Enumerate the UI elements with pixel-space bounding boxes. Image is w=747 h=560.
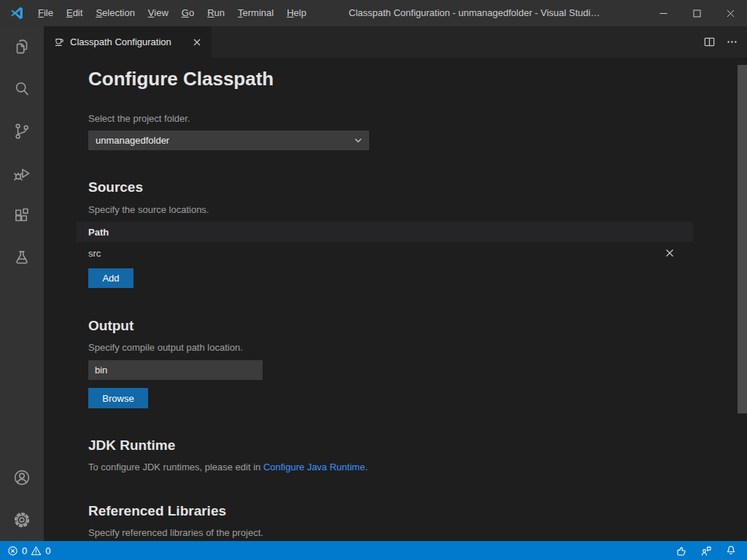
run-debug-button[interactable] xyxy=(12,164,31,183)
settings-gear-icon xyxy=(12,510,31,529)
referenced-libraries-heading: Referenced Libraries xyxy=(88,502,747,519)
run-debug-icon xyxy=(12,164,31,183)
project-folder-label: Select the project folder. xyxy=(88,113,747,124)
remove-source-button[interactable] xyxy=(664,247,676,259)
vscode-window: File Edit Selection View Go Run Terminal… xyxy=(0,0,747,560)
problems-status[interactable]: 0 0 xyxy=(0,545,50,556)
bell-icon[interactable] xyxy=(725,545,737,556)
classpath-configuration-view: Configure Classpath Select the project f… xyxy=(44,58,747,541)
jdk-runtime-description: To configure JDK runtimes, please edit i… xyxy=(88,462,747,473)
tab-bar: Classpath Configuration xyxy=(44,26,747,58)
settings-button[interactable] xyxy=(12,510,31,529)
warning-icon xyxy=(31,545,42,556)
jdk-description-text: To configure JDK runtimes, please edit i… xyxy=(88,462,263,472)
minimize-button[interactable] xyxy=(646,0,680,26)
project-folder-select[interactable]: unmanagedfolder xyxy=(88,131,369,150)
sources-description: Specify the source locations. xyxy=(88,204,747,216)
warning-count: 0 xyxy=(45,545,50,556)
referenced-libraries-description: Specify referenced libraries of the proj… xyxy=(88,527,747,539)
explorer-button[interactable] xyxy=(12,37,31,56)
error-icon xyxy=(7,545,18,556)
source-control-icon xyxy=(12,122,31,141)
add-source-button[interactable]: Add xyxy=(88,268,133,288)
vertical-scrollbar[interactable] xyxy=(738,65,747,413)
source-control-button[interactable] xyxy=(12,122,31,141)
menu-help[interactable]: Help xyxy=(280,0,313,26)
jdk-description-period: . xyxy=(365,462,368,472)
files-icon xyxy=(12,37,31,56)
testing-button[interactable] xyxy=(12,249,31,268)
title-bar: File Edit Selection View Go Run Terminal… xyxy=(0,0,747,26)
menu-selection[interactable]: Selection xyxy=(89,0,141,26)
split-editor-icon[interactable] xyxy=(703,36,716,48)
maximize-icon xyxy=(693,9,701,18)
close-icon xyxy=(193,38,201,47)
project-folder-value: unmanagedfolder xyxy=(96,135,355,146)
menu-go[interactable]: Go xyxy=(175,0,201,26)
tab-classpath-configuration[interactable]: Classpath Configuration xyxy=(44,26,212,58)
page-title: Configure Classpath xyxy=(88,68,747,90)
source-path-cell: src xyxy=(88,248,664,259)
menu-bar: File Edit Selection View Go Run Terminal… xyxy=(31,0,313,26)
maximize-button[interactable] xyxy=(680,0,713,26)
browse-button[interactable]: Browse xyxy=(88,388,148,408)
table-row[interactable]: src xyxy=(77,242,693,264)
close-window-button[interactable] xyxy=(713,0,747,26)
status-bar-right xyxy=(676,545,747,556)
sources-heading: Sources xyxy=(88,179,747,195)
menu-file[interactable]: File xyxy=(31,0,60,26)
account-button[interactable] xyxy=(12,468,31,487)
menu-view[interactable]: View xyxy=(142,0,175,26)
java-cup-icon xyxy=(53,36,65,48)
menu-run[interactable]: Run xyxy=(201,0,231,26)
close-icon xyxy=(727,9,735,18)
account-icon xyxy=(12,468,31,487)
menu-terminal[interactable]: Terminal xyxy=(231,0,280,26)
activity-bar xyxy=(0,26,44,541)
jdk-runtime-heading: JDK Runtime xyxy=(88,437,747,454)
tab-close-button[interactable] xyxy=(190,35,204,50)
source-paths-table: Path src xyxy=(77,222,693,264)
window-controls xyxy=(646,0,747,26)
editor-area: Classpath Configuration Configure Classp… xyxy=(44,26,747,541)
testing-icon xyxy=(12,249,31,268)
menu-edit[interactable]: Edit xyxy=(60,0,89,26)
feedback-icon[interactable] xyxy=(700,545,712,556)
tab-label: Classpath Configuration xyxy=(70,36,190,47)
editor-actions xyxy=(703,26,747,58)
extensions-button[interactable] xyxy=(12,206,31,225)
vscode-logo-icon xyxy=(9,6,24,20)
search-icon xyxy=(12,79,31,98)
more-actions-icon[interactable] xyxy=(726,36,738,48)
output-description: Specify compile output path location. xyxy=(88,342,747,354)
output-heading: Output xyxy=(88,317,747,334)
error-count: 0 xyxy=(22,545,27,556)
table-header-path: Path xyxy=(77,222,693,242)
status-bar: 0 0 xyxy=(0,541,747,560)
output-path-input[interactable] xyxy=(88,360,263,380)
close-icon xyxy=(665,248,675,258)
thumbsup-icon[interactable] xyxy=(676,545,687,556)
extensions-icon xyxy=(12,206,31,225)
search-button[interactable] xyxy=(12,79,31,98)
configure-java-runtime-link[interactable]: Configure Java Runtime xyxy=(263,462,365,472)
minimize-icon xyxy=(659,9,667,18)
window-title: Classpath Configuration - unmanagedfolde… xyxy=(349,0,600,26)
chevron-down-icon xyxy=(355,138,362,143)
